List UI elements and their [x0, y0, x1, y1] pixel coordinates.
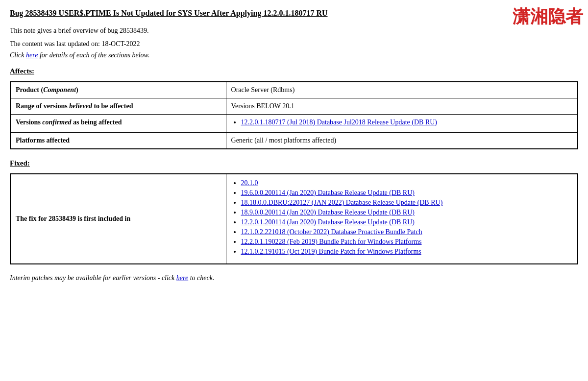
- table-row: The fix for 28538439 is first included i…: [10, 174, 578, 264]
- fix-link-8[interactable]: 12.1.0.2.191015 (Oct 2019) Bundle Patch …: [241, 248, 421, 255]
- fix-value-cell: 20.1.0 19.6.0.0.200114 (Jan 2020) Databa…: [226, 174, 578, 264]
- list-item: 12.2.0.1.180717 (Jul 2018) Database Jul2…: [241, 119, 572, 126]
- interim-suffix: to check.: [188, 274, 214, 282]
- fix-link-5[interactable]: 12.2.0.1.200114 (Jan 2020) Database Rele…: [241, 218, 415, 226]
- affects-range-value: Versions BELOW 20.1: [226, 98, 578, 115]
- affects-confirmed-italic: confirmed: [42, 119, 71, 126]
- affects-believed-italic: believed: [69, 102, 92, 110]
- affects-product-label: Product (Component): [10, 82, 226, 98]
- fix-link-7[interactable]: 12.2.0.1.190228 (Feb 2019) Bundle Patch …: [241, 238, 422, 245]
- fix-link-2[interactable]: 19.6.0.0.200114 (Jan 2020) Database Rele…: [241, 189, 415, 196]
- list-item: 20.1.0: [241, 179, 572, 187]
- intro-here-link[interactable]: here: [26, 51, 38, 59]
- fix-label-cell: The fix for 28538439 is first included i…: [10, 174, 226, 264]
- fix-label: The fix for 28538439 is first included i…: [16, 215, 130, 222]
- fix-links-list: 20.1.0 19.6.0.0.200114 (Jan 2020) Databa…: [231, 179, 572, 256]
- interim-note: Interim patches may be available for ear…: [10, 274, 578, 282]
- affects-product-italic: Component: [43, 86, 76, 94]
- affects-heading: Affects:: [10, 67, 578, 75]
- affects-platforms-label: Platforms affected: [10, 133, 226, 149]
- list-item: 18.18.0.0.DBRU:220127 (JAN 2022) Databas…: [241, 199, 572, 207]
- affects-range-label: Range of versions believed to be affecte…: [10, 98, 226, 115]
- intro-line1: This note gives a brief overview of bug …: [10, 25, 578, 36]
- fix-link-1[interactable]: 20.1.0: [241, 179, 258, 187]
- list-item: 12.2.0.1.200114 (Jan 2020) Database Rele…: [241, 218, 572, 226]
- page-title: Bug 28538439 USER$.PTIME Is Not Updated …: [10, 8, 578, 19]
- fixed-table: The fix for 28538439 is first included i…: [10, 173, 578, 264]
- table-row: Product (Component) Oracle Server (Rdbms…: [10, 82, 578, 98]
- list-item: 18.9.0.0.200114 (Jan 2020) Database Rele…: [241, 209, 572, 216]
- list-item: 12.2.0.1.190228 (Feb 2019) Bundle Patch …: [241, 238, 572, 246]
- interim-prefix: Interim patches may be available for ear…: [10, 274, 176, 282]
- affects-confirmed-value: 12.2.0.1.180717 (Jul 2018) Database Jul2…: [226, 115, 578, 133]
- fix-link-3[interactable]: 18.18.0.0.DBRU:220127 (JAN 2022) Databas…: [241, 199, 443, 206]
- intro-line3-suffix: for details of each of the sections belo…: [38, 51, 149, 59]
- table-row: Range of versions believed to be affecte…: [10, 98, 578, 115]
- fix-link-4[interactable]: 18.9.0.0.200114 (Jan 2020) Database Rele…: [241, 209, 415, 216]
- fixed-heading: Fixed:: [10, 159, 578, 167]
- table-row: Versions confirmed as being affected 12.…: [10, 115, 578, 133]
- list-item: 12.1.0.2.221018 (October 2022) Database …: [241, 228, 572, 236]
- interim-here-link[interactable]: here: [176, 274, 188, 282]
- affects-table: Product (Component) Oracle Server (Rdbms…: [10, 81, 578, 149]
- intro-line2: The content was last updated on: 18-OCT-…: [10, 39, 578, 49]
- affects-confirmed-list: 12.2.0.1.180717 (Jul 2018) Database Jul2…: [231, 119, 572, 126]
- intro-line3: Click here for details of each of the se…: [10, 51, 578, 59]
- affects-platforms-value: Generic (all / most platforms affected): [226, 133, 578, 149]
- intro-line3-prefix: Click: [10, 51, 26, 59]
- list-item: 19.6.0.0.200114 (Jan 2020) Database Rele…: [241, 189, 572, 197]
- list-item: 12.1.0.2.191015 (Oct 2019) Bundle Patch …: [241, 248, 572, 256]
- affects-confirmed-label: Versions confirmed as being affected: [10, 115, 226, 133]
- affected-version-link[interactable]: 12.2.0.1.180717 (Jul 2018) Database Jul2…: [241, 119, 437, 126]
- affects-product-value: Oracle Server (Rdbms): [226, 82, 578, 98]
- table-row: Platforms affected Generic (all / most p…: [10, 133, 578, 149]
- fix-link-6[interactable]: 12.1.0.2.221018 (October 2022) Database …: [241, 228, 422, 236]
